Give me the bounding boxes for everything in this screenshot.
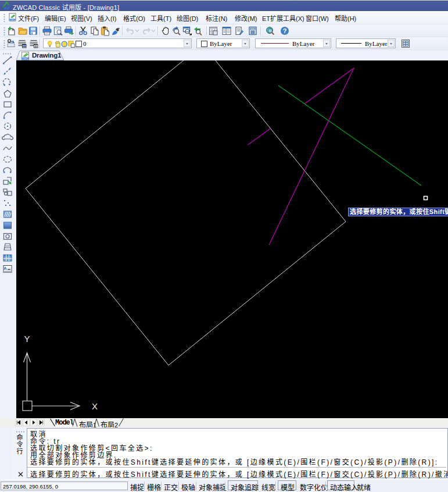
svg-text:Y: Y: [24, 334, 30, 344]
svg-text:A: A: [3, 266, 7, 271]
svg-text:DWG: DWG: [9, 19, 16, 22]
svg-text:X: X: [92, 401, 98, 411]
svg-text:?: ?: [283, 27, 287, 34]
